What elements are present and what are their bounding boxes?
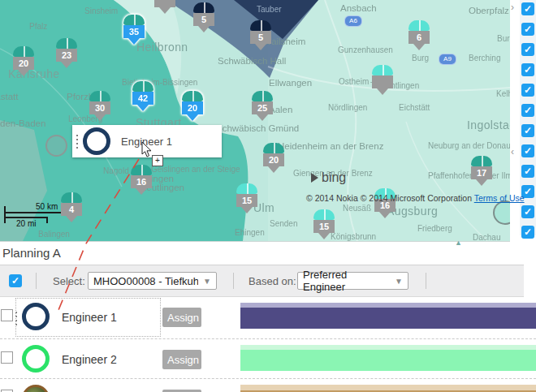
map-city-label: Schwäbisch Hall: [218, 56, 286, 66]
map-pin[interactable]: 25: [252, 91, 273, 121]
pin-count-label: 23: [56, 49, 77, 62]
scale-mi-label: 20 mi: [16, 219, 36, 228]
engineer-row-checkbox[interactable]: [1, 309, 13, 321]
row-separator: [0, 338, 536, 339]
map-pin[interactable]: 30: [89, 91, 110, 121]
assign-button[interactable]: Assign: [162, 308, 201, 327]
engineer-visibility-checkbox[interactable]: ✓: [521, 104, 534, 117]
order-select-dropdown[interactable]: MHOO00008 - Tiefkuhl G ▼: [88, 272, 217, 290]
map-city-label: Gunzenhausen: [338, 45, 393, 54]
engineer-visibility-checkbox[interactable]: ✓: [521, 226, 534, 239]
engineer-drag-card[interactable]: Engineer 1: [72, 125, 222, 157]
pin-tail: [413, 44, 425, 50]
map-pin[interactable]: 5: [193, 2, 214, 32]
engineer-row: Assign: [0, 379, 536, 392]
engineer-row: Engineer 1Assign: [0, 297, 536, 339]
planning-toolbar: ✓ Select: MHOO00008 - Tiefkuhl G ▼ Based…: [0, 265, 524, 297]
map-pin[interactable]: 20: [263, 143, 284, 173]
engineer-visibility-checkbox[interactable]: ✓: [521, 2, 534, 15]
pin-top: [89, 91, 110, 101]
pin-count-label: 20: [13, 57, 34, 70]
engineer-visibility-checkbox[interactable]: ✓: [521, 63, 534, 76]
chevron-down-icon: ▼: [198, 277, 211, 286]
map-city-label: Rastatt: [0, 92, 18, 101]
pin-count-label: 15: [313, 220, 335, 233]
engineer-visibility-checkbox[interactable]: ✓: [521, 124, 534, 137]
map-city-label: Nördlingen: [328, 103, 367, 112]
pin-top: [132, 81, 153, 92]
pin-tail: [198, 26, 210, 32]
pin-tail: [128, 38, 140, 45]
select-all-checkbox[interactable]: ✓: [9, 274, 22, 287]
assign-button[interactable]: Assign: [162, 350, 201, 369]
pin-count-label: 30: [89, 101, 110, 114]
map-pin[interactable]: 42: [132, 81, 153, 111]
engineer-visibility-checkbox[interactable]: ✓: [521, 43, 534, 56]
map-city-label: Ingolstadt: [467, 118, 510, 131]
map-pin[interactable]: 35: [123, 15, 145, 45]
pin-tail: [66, 216, 77, 222]
map-city-label: Balingen: [38, 230, 70, 239]
map-pin[interactable]: 15: [313, 209, 335, 239]
pin-tail: [255, 44, 266, 50]
engineer-avatar-ring: [83, 127, 110, 155]
map-pin[interactable]: 20: [182, 91, 203, 121]
engineer-avatar-ring: [22, 345, 50, 373]
map-pin[interactable]: 6: [408, 20, 430, 50]
engineer-visibility-checkbox[interactable]: ✓: [521, 23, 534, 36]
based-on-label: Based on:: [249, 275, 296, 287]
engineer-row-checkbox[interactable]: [1, 351, 13, 364]
map-city-label: Pfalz: [29, 22, 47, 31]
map-splitter[interactable]: › ‹: [510, 0, 520, 241]
pin-tail: [268, 166, 279, 173]
map-pin[interactable]: 4: [61, 192, 82, 222]
terms-of-use-link[interactable]: Terms of Use: [474, 193, 525, 203]
pin-tail: [61, 62, 72, 68]
map-pin[interactable]: 20: [13, 46, 34, 76]
map-pin[interactable]: 15: [236, 183, 257, 213]
app-window: SinsheimHeilbronnSchwäbisch HallKarlsruh…: [0, 0, 536, 392]
pin-count-label: 4: [61, 203, 82, 216]
pin-top: [61, 192, 82, 203]
map-city-label: Baden-Baden: [0, 118, 45, 128]
based-on-dropdown[interactable]: Preferred Engineer ▼: [297, 272, 408, 290]
road-shield: A9: [439, 54, 456, 65]
map-city-label: Sinsheim: [84, 6, 118, 15]
map-copyright: © 2014 Nokia © 2014 Microsoft Corporatio…: [306, 193, 525, 203]
pin-tail: [377, 88, 388, 95]
map-city-label: Senden: [270, 219, 297, 228]
pin-tail: [379, 212, 391, 218]
engineer-visibility-checkbox[interactable]: ✓: [521, 165, 534, 178]
road-shield: A6: [344, 15, 362, 27]
engineer-visibility-checkbox[interactable]: ✓: [521, 144, 534, 157]
planning-panel: Planning A ✓ Select: MHOO00008 - Tiefkuh…: [0, 242, 536, 392]
map-city-label: Heidenheim an der Brenz: [278, 141, 383, 151]
chevron-left-icon[interactable]: ‹: [511, 147, 514, 157]
map-canvas[interactable]: SinsheimHeilbronnSchwäbisch HallKarlsruh…: [0, 0, 510, 242]
pin-top: [131, 165, 152, 175]
map-pin[interactable]: 5: [250, 20, 271, 50]
pin-count-label: 17: [471, 166, 492, 179]
map-pin[interactable]: 23: [56, 38, 77, 68]
map-pin[interactable]: 17: [471, 156, 492, 186]
pin-count-label: 5: [250, 31, 271, 44]
pin-top: [236, 183, 257, 194]
pin-count-label: 6: [408, 31, 430, 44]
map-city-label: Pfaffenhofen an der Ilm: [428, 171, 510, 180]
engineer-card-label: Engineer 1: [121, 136, 172, 148]
engineer-visibility-checkbox[interactable]: ✓: [521, 205, 534, 218]
panel-collapse-arrow-icon[interactable]: ▲: [455, 239, 462, 247]
pin-count-label: 5: [193, 13, 214, 26]
map-city-label: Dachau: [473, 233, 500, 242]
chevron-right-icon[interactable]: ›: [511, 2, 514, 12]
map-city-label: Geislingen an der Steige: [151, 165, 240, 174]
map-pin[interactable]: [154, 0, 175, 14]
pin-top: [471, 156, 492, 166]
pin-tail: [257, 114, 268, 121]
drag-handle-icon[interactable]: [76, 135, 78, 149]
row-separator: [0, 378, 536, 379]
engineer-visibility-checkbox[interactable]: ✓: [521, 84, 534, 97]
pin-count-label: 16: [131, 175, 152, 188]
map-pin[interactable]: 16: [131, 165, 152, 195]
map-pin[interactable]: [372, 65, 393, 95]
